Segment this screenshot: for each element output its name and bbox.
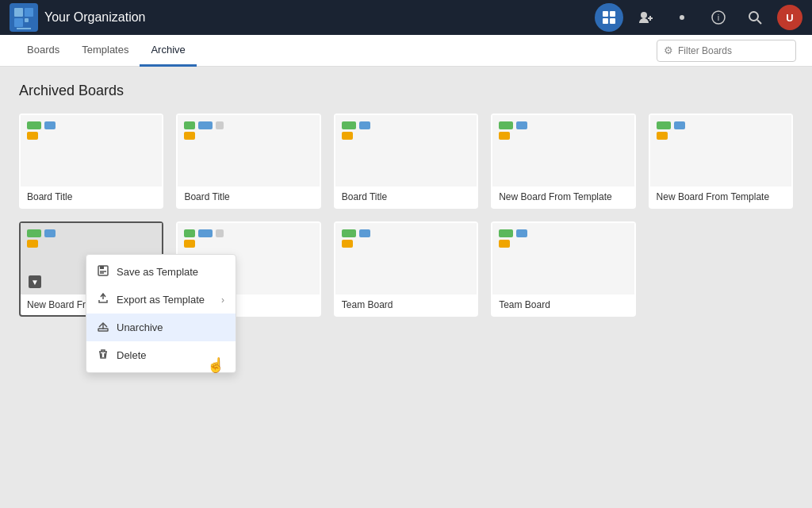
unarchive-icon — [98, 321, 109, 334]
svg-point-8 — [641, 12, 647, 18]
board-label-3: Board Title — [335, 187, 477, 207]
board-card-1[interactable]: Board Title — [19, 114, 163, 209]
nav-templates[interactable]: Templates — [71, 35, 140, 67]
board-card-3[interactable]: Board Title — [334, 114, 478, 209]
add-user-nav-icon[interactable] — [631, 3, 660, 32]
board-card-4[interactable]: New Board From Template — [491, 114, 635, 209]
top-nav: Your Organization i — [0, 0, 812, 35]
svg-text:i: i — [718, 13, 719, 22]
svg-rect-7 — [610, 18, 615, 24]
board-preview-8 — [335, 223, 477, 294]
board-preview-5 — [650, 115, 791, 187]
svg-rect-17 — [100, 266, 104, 269]
page-title: Archived Boards — [19, 83, 793, 99]
board-preview-3 — [335, 115, 477, 187]
filter-input-wrap[interactable]: ⚙ — [657, 40, 796, 62]
svg-line-15 — [757, 20, 761, 24]
context-delete-label: Delete — [117, 349, 147, 361]
board-preview-9 — [492, 223, 634, 294]
svg-rect-2 — [14, 18, 23, 27]
context-unarchive[interactable]: Unarchive ☝ — [86, 314, 236, 341]
svg-rect-18 — [98, 329, 108, 331]
search-nav-icon[interactable] — [741, 3, 769, 32]
sub-nav: Boards Templates Archive ⚙ — [0, 35, 812, 67]
svg-point-11 — [680, 15, 684, 20]
save-template-icon — [98, 265, 109, 279]
svg-rect-0 — [14, 8, 23, 17]
svg-rect-5 — [610, 11, 615, 17]
board-label-2: Board Title — [178, 187, 319, 207]
logo-area[interactable]: Your Organization — [10, 3, 146, 32]
board-card-5[interactable]: New Board From Template — [649, 114, 793, 209]
info-nav-icon[interactable]: i — [704, 3, 733, 32]
board-card-8[interactable]: Team Board — [334, 221, 478, 317]
org-name: Your Organization — [44, 10, 146, 25]
board-card-2[interactable]: Board Title — [176, 114, 320, 209]
filter-boards-input[interactable] — [678, 45, 789, 56]
user-avatar[interactable]: U — [777, 5, 802, 30]
context-menu: Save as Template Export as Template › Un… — [86, 254, 236, 373]
board-preview-1 — [21, 115, 162, 187]
board-card-9[interactable]: Team Board — [491, 221, 635, 317]
board-label-5: New Board From Template — [650, 187, 791, 207]
delete-icon — [98, 348, 109, 362]
context-unarchive-label: Unarchive — [117, 321, 163, 333]
svg-rect-3 — [25, 18, 29, 22]
board-label-8: Team Board — [335, 294, 477, 315]
board-label-1: Board Title — [21, 187, 162, 207]
boards-nav-icon[interactable] — [595, 3, 623, 32]
export-arrow-icon: › — [221, 294, 224, 306]
context-save-template-label: Save as Template — [117, 266, 198, 278]
board-label-9: Team Board — [492, 294, 634, 315]
context-delete[interactable]: Delete — [86, 341, 236, 369]
card-dropdown-arrow[interactable]: ▼ — [29, 275, 41, 288]
export-template-icon — [98, 293, 109, 306]
context-export-template-label: Export as Template — [117, 294, 205, 306]
board-label-4: New Board From Template — [492, 187, 634, 207]
board-preview-4 — [492, 115, 634, 187]
app-logo-icon — [10, 3, 38, 32]
svg-rect-1 — [25, 8, 33, 17]
nav-archive[interactable]: Archive — [140, 35, 196, 67]
svg-rect-4 — [603, 11, 608, 17]
settings-nav-icon[interactable] — [668, 3, 696, 32]
svg-rect-6 — [603, 18, 608, 24]
context-save-template[interactable]: Save as Template — [86, 258, 236, 286]
filter-icon: ⚙ — [664, 44, 673, 56]
context-export-template[interactable]: Export as Template › — [86, 286, 236, 314]
main-content: Archived Boards Board Title Board Title — [0, 67, 812, 508]
svg-point-14 — [749, 12, 758, 21]
nav-boards[interactable]: Boards — [16, 35, 71, 67]
board-preview-2 — [178, 115, 319, 187]
